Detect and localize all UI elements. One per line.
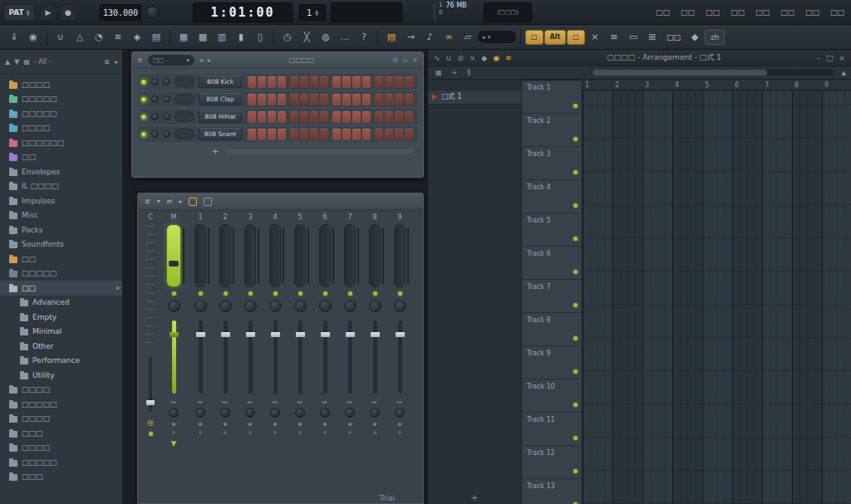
playlist-track-header[interactable]: Track 9 [522,346,582,379]
track-sep-knob[interactable] [320,408,330,418]
step-cell[interactable] [248,94,256,105]
step-cell[interactable] [395,111,403,123]
track-pan-knob[interactable] [319,300,332,312]
browser-item[interactable]: □□ [0,150,122,165]
playlist-icon[interactable]: ▦ [175,28,193,46]
step-cell[interactable] [278,76,286,88]
timeline-ruler[interactable]: 123456789 [583,80,851,91]
mic-icon[interactable]: ◍ [317,28,335,46]
browser-item[interactable]: Misc [0,208,122,223]
browser-item[interactable]: □□□□□□ [0,135,122,150]
track-led[interactable] [573,203,578,208]
alt-key-button[interactable]: Alt [544,30,567,45]
typing-keyboard-icon[interactable]: ▤ [147,28,165,46]
browser-collapse-icon[interactable]: ◂ [114,58,117,66]
browser-item[interactable]: IL □□□□ [0,179,122,194]
playlist-track-header[interactable]: Track 1 [522,81,582,114]
step-cell[interactable] [352,94,361,105]
fader-slot[interactable] [344,224,356,287]
track-led[interactable] [323,291,327,296]
browser-menu-icon[interactable]: ≣ [104,58,110,66]
ctrl-key-button[interactable]: □ [525,30,544,45]
step-cell[interactable] [290,129,298,140]
channel-button[interactable]: 808 Clap [199,93,242,105]
playlist-track-header[interactable]: Track 13 [522,479,582,504]
step-cell[interactable] [362,94,371,105]
edit-events-icon[interactable]: ▱ [459,28,477,46]
step-cell[interactable] [342,76,351,88]
browser-item[interactable]: □□□□ [0,121,122,136]
mixer-track-6[interactable]: 6◂▸ [312,212,337,503]
track-sep-knob[interactable] [270,408,280,418]
menu-icon[interactable]: ≡ [605,28,623,46]
browser-up-icon[interactable]: ▲ [5,58,10,66]
channel-button[interactable]: 808 Snare [199,128,242,140]
mute-tool-icon[interactable]: × [470,54,476,62]
minimize-icon[interactable]: – [816,54,820,62]
blend-notes-icon[interactable]: ≋ [109,28,127,46]
browser-item[interactable]: □□ [0,252,122,267]
track-led[interactable] [199,291,203,296]
close-all-icon[interactable]: × [586,28,604,46]
step-cell[interactable] [375,111,383,123]
channel-enable-led[interactable] [140,131,147,138]
track-led[interactable] [573,303,578,307]
mixer-swap-icon[interactable]: ⇄ [167,198,173,205]
track-volume-fader[interactable] [248,321,253,394]
track-led[interactable] [172,291,176,296]
add-marker-icon[interactable]: + [452,69,458,76]
channel-volume-knob[interactable] [163,95,170,103]
step-cell[interactable] [385,129,393,140]
mixer-track-1[interactable]: 1◂▸ [188,212,213,503]
browser-item[interactable]: Envelopes [0,164,122,179]
track-pan-knob[interactable] [219,300,232,312]
playlist-track-header[interactable]: Track 5 [522,213,582,247]
magnet-icon[interactable]: ∪ [446,54,452,62]
track-led[interactable] [348,291,352,296]
track-volume-fader[interactable] [199,321,203,394]
browser-item[interactable]: □□□□□ [0,267,122,281]
fader-slot[interactable] [244,224,256,287]
step-cell[interactable] [352,129,361,140]
browser-item[interactable]: □□□□□ [0,455,122,470]
step-cell[interactable] [300,94,308,105]
channel-enable-led[interactable] [140,114,147,120]
browser-item[interactable]: Packs [0,223,122,237]
browser-item[interactable]: Advanced [0,296,122,311]
step-cell[interactable] [290,111,298,123]
step-cell[interactable] [300,111,308,123]
menu-item-2[interactable]: □□ [681,8,695,17]
track-led[interactable] [573,237,578,241]
add-pattern-button[interactable]: + [428,491,521,504]
precount-icon[interactable]: ◔ [90,28,108,46]
chevron-down-icon[interactable]: ▾ [157,198,160,205]
step-cell[interactable] [268,129,276,140]
browser-filter[interactable]: - All - [34,58,52,66]
channel-pan-knob[interactable] [151,78,159,86]
browser-item[interactable]: Utility [0,368,122,383]
pattern-selector[interactable]: 1 ▲▼ [299,4,326,21]
track-led[interactable] [573,104,578,108]
step-cell[interactable] [268,111,276,123]
step-cell[interactable] [375,94,383,105]
browser-item[interactable]: □□□ [0,426,122,441]
step-cell[interactable] [352,76,361,88]
pattern-list-item[interactable]: □式 1 [428,91,521,105]
mixer-dock-icon[interactable] [189,198,197,206]
step-cell[interactable] [310,76,318,88]
step-cell[interactable] [258,129,266,140]
step-cell[interactable] [310,111,318,123]
fader-slot[interactable] [194,224,206,287]
mixer-track-3[interactable]: 3◂▸ [238,212,263,503]
hint-icon[interactable]: … [336,28,354,46]
master-volume-knob[interactable]: ◉ [24,28,42,46]
playlist-track-header[interactable]: Track 6 [522,247,582,280]
fader-slot[interactable] [269,224,281,287]
step-cell[interactable] [385,76,393,88]
track-pan-knob[interactable] [294,300,307,312]
track-volume-fader[interactable] [273,321,278,394]
rack-meter-icon[interactable]: ılı [392,56,398,64]
snap-magnet-icon[interactable]: ∪ [52,28,70,46]
playlist-zoom-scrollbar[interactable] [591,70,834,76]
step-cell[interactable] [352,111,361,123]
